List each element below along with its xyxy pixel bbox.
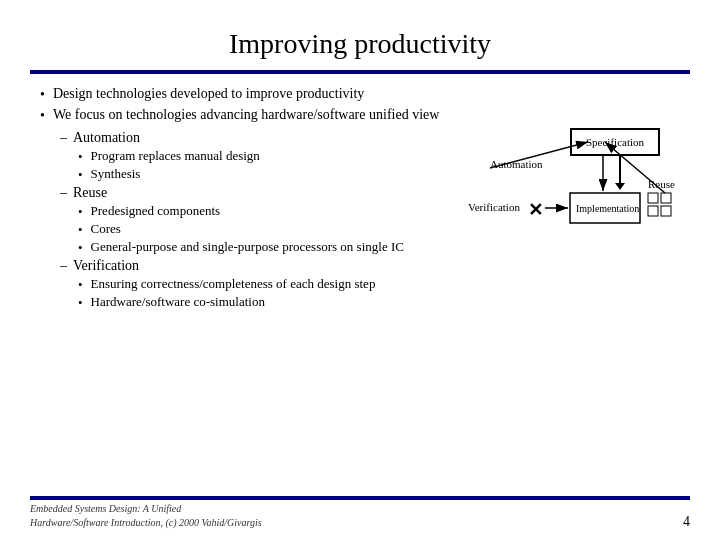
footer-line2: Hardware/Software Introduction, (c) 2000… — [30, 516, 262, 530]
svg-text:Verification: Verification — [468, 201, 520, 213]
automation-label: Automation — [73, 130, 140, 146]
verification-bullet-1: • Ensuring correctness/completeness of e… — [78, 276, 420, 293]
reuse-item-1: Predesigned components — [91, 203, 221, 219]
svg-line-13 — [605, 142, 665, 193]
svg-rect-10 — [648, 206, 658, 216]
svg-rect-9 — [661, 193, 671, 203]
text-col: – Automation • Program replaces manual d… — [40, 128, 420, 312]
svg-text:✕: ✕ — [528, 200, 543, 220]
sub-dot-6: • — [78, 277, 83, 293]
svg-text:Implementation: Implementation — [576, 203, 639, 214]
reuse-bullet-2: • Cores — [78, 221, 420, 238]
sub-dot-2: • — [78, 167, 83, 183]
sub-dot-5: • — [78, 240, 83, 256]
top-border — [30, 70, 690, 74]
reuse-label: Reuse — [73, 185, 107, 201]
svg-line-2 — [490, 142, 588, 168]
slide-title: Improving productivity — [30, 28, 690, 60]
bullet-1: • Design technologies developed to impro… — [40, 86, 690, 103]
diagram-container: Specification Automation — [440, 128, 680, 268]
footer-line1: Embedded Systems Design: A Unified — [30, 502, 262, 516]
verification-item-1: Ensuring correctness/completeness of eac… — [91, 276, 376, 292]
automation-bullet-2: • Synthesis — [78, 166, 420, 183]
footer-text: Embedded Systems Design: A Unified Hardw… — [30, 502, 262, 530]
dash-1: – — [60, 130, 67, 146]
reuse-section: – Reuse • Predesigned components • Cores… — [60, 185, 420, 256]
automation-bullet-1: • Program replaces manual design — [78, 148, 420, 165]
svg-rect-8 — [648, 193, 658, 203]
sub-dot-7: • — [78, 295, 83, 311]
automation-heading: – Automation — [60, 130, 420, 146]
reuse-bullet-1: • Predesigned components — [78, 203, 420, 220]
page-number: 4 — [683, 514, 690, 530]
verification-item-2: Hardware/software co-simulation — [91, 294, 265, 310]
reuse-heading: – Reuse — [60, 185, 420, 201]
verification-section: – Verification • Ensuring correctness/co… — [60, 258, 420, 311]
bullet-dot-1: • — [40, 87, 45, 103]
svg-rect-11 — [661, 206, 671, 216]
title-area: Improving productivity — [30, 10, 690, 70]
bullet-dot-2: • — [40, 108, 45, 124]
sub-dot-3: • — [78, 204, 83, 220]
slide: Improving productivity • Design technolo… — [0, 0, 720, 540]
automation-section: – Automation • Program replaces manual d… — [60, 130, 420, 183]
reuse-item-2: Cores — [91, 221, 121, 237]
dash-3: – — [60, 258, 67, 274]
verification-label: Verification — [73, 258, 139, 274]
bullet-2: • We focus on technologies advancing har… — [40, 107, 690, 124]
main-content-row: – Automation • Program replaces manual d… — [40, 128, 690, 312]
sub-dot-4: • — [78, 222, 83, 238]
verification-heading: – Verification — [60, 258, 420, 274]
automation-item-2: Synthesis — [91, 166, 141, 182]
automation-item-1: Program replaces manual design — [91, 148, 260, 164]
diagram-col: Specification Automation — [430, 128, 690, 268]
svg-text:Reuse: Reuse — [648, 178, 675, 190]
verification-bullet-2: • Hardware/software co-simulation — [78, 294, 420, 311]
bullet-1-text: Design technologies developed to improve… — [53, 86, 364, 102]
footer: Embedded Systems Design: A Unified Hardw… — [30, 502, 690, 530]
bullet-2-text: We focus on technologies advancing hardw… — [53, 107, 439, 123]
reuse-bullet-3: • General-purpose and single-purpose pro… — [78, 239, 420, 256]
sub-dot-1: • — [78, 149, 83, 165]
dash-2: – — [60, 185, 67, 201]
bottom-border — [30, 496, 690, 500]
diagram-svg: ✕ Verification Implementation — [440, 128, 680, 268]
content-area: • Design technologies developed to impro… — [30, 82, 690, 312]
reuse-item-3: General-purpose and single-purpose proce… — [91, 239, 404, 255]
